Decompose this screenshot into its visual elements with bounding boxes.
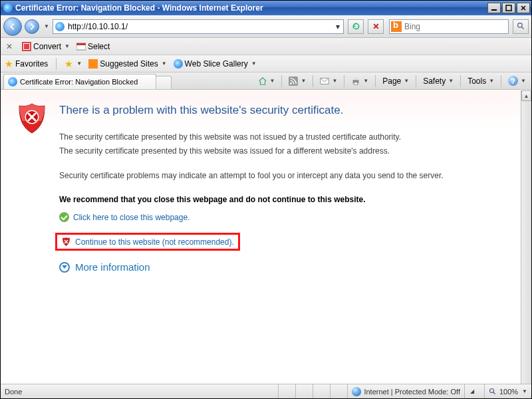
- shield-error-icon: [18, 102, 46, 134]
- rss-icon: [289, 76, 298, 86]
- chevron-icon: ◢: [470, 388, 474, 394]
- print-button[interactable]: ▼: [350, 75, 370, 87]
- page-icon: [55, 21, 65, 32]
- navigation-bar: ▼ ▾: [1, 15, 531, 38]
- home-icon: [258, 76, 267, 86]
- web-slice-icon: [174, 59, 183, 68]
- chevron-down-icon: ▼: [162, 61, 167, 66]
- more-info-label: More information: [75, 261, 150, 273]
- search-button[interactable]: [513, 19, 529, 34]
- add-favorite-button[interactable]: ★ ▼: [65, 59, 82, 69]
- forward-button[interactable]: [25, 19, 39, 34]
- content-area: There is a problem with this website's s…: [1, 90, 531, 397]
- home-button[interactable]: ▼: [257, 75, 277, 87]
- status-text: Done: [1, 384, 26, 398]
- checkmark-icon: [59, 212, 69, 222]
- favorites-button[interactable]: ★ Favorites: [5, 59, 48, 69]
- suggested-sites-button[interactable]: Suggested Sites ▼: [88, 59, 166, 68]
- address-input[interactable]: [66, 22, 332, 31]
- select-button[interactable]: Select: [76, 42, 110, 51]
- zone-label: Internet | Protected Mode: Off: [364, 388, 460, 396]
- continue-anyway-link[interactable]: Continue to this website (not recommende…: [75, 237, 234, 247]
- nav-history-dropdown[interactable]: ▼: [42, 23, 50, 29]
- command-bar: ▼ ▼ ▼ ▼ Page▼ Safety▼ Tools▼ ?▼: [257, 74, 527, 87]
- chevron-down-icon: ▼: [65, 43, 70, 49]
- window-title: Certificate Error: Navigation Blocked - …: [15, 3, 487, 13]
- convert-button[interactable]: Convert ▼: [22, 42, 70, 51]
- shield-warning-icon: [61, 237, 71, 247]
- svg-rect-8: [289, 76, 298, 86]
- cert-error-recommend: We recommend that you close this webpage…: [59, 194, 505, 205]
- status-placeholder-1: [278, 384, 295, 398]
- separator: [56, 58, 57, 70]
- help-button[interactable]: ?▼: [507, 74, 527, 87]
- close-button[interactable]: [517, 3, 530, 13]
- more-info-toggle[interactable]: More information: [59, 261, 505, 273]
- zoom-label: 100%: [499, 388, 518, 396]
- new-tab-button[interactable]: [156, 76, 172, 89]
- mail-button[interactable]: ▼: [319, 75, 338, 87]
- convert-toolbar: ✕ Convert ▼ Select: [1, 38, 531, 55]
- close-toolbar-button[interactable]: ✕: [3, 41, 15, 53]
- chevron-down-icon: ▼: [251, 61, 257, 66]
- chevron-down-icon: ▼: [522, 388, 527, 394]
- globe-icon: [352, 387, 361, 396]
- security-zone[interactable]: Internet | Protected Mode: Off: [347, 384, 464, 398]
- print-icon: [351, 76, 360, 86]
- svg-rect-12: [354, 77, 358, 80]
- stop-button[interactable]: [368, 19, 384, 34]
- select-label: Select: [88, 42, 110, 51]
- scroll-up-button[interactable]: ▲: [521, 90, 531, 101]
- address-bar[interactable]: ▾: [53, 19, 344, 34]
- suggested-sites-label: Suggested Sites: [100, 59, 158, 68]
- svg-rect-5: [24, 44, 29, 49]
- tab-active[interactable]: Certificate Error: Navigation Blocked: [3, 74, 156, 89]
- page-menu[interactable]: Page▼: [381, 75, 410, 87]
- zoom-icon: [489, 388, 497, 396]
- back-button[interactable]: [3, 17, 22, 36]
- highlighted-continue-option: Continue to this website (not recommende…: [55, 233, 240, 251]
- star-icon: ★: [5, 59, 13, 69]
- web-slice-button[interactable]: Web Slice Gallery ▼: [174, 59, 257, 68]
- zoom-control[interactable]: 100% ▼: [484, 384, 531, 398]
- ie-logo-icon: [3, 3, 13, 13]
- search-input[interactable]: [403, 22, 508, 31]
- minimize-button[interactable]: [487, 3, 501, 13]
- cert-error-heading: There is a problem with this website's s…: [59, 104, 505, 117]
- svg-point-9: [291, 82, 293, 84]
- select-icon: [76, 42, 86, 51]
- cert-error-page: There is a problem with this website's s…: [1, 90, 521, 397]
- status-placeholder-3: [313, 384, 330, 398]
- favorites-bar: ★ Favorites ★ ▼ Suggested Sites ▼ Web Sl…: [1, 55, 531, 72]
- tab-icon: [8, 77, 17, 86]
- search-bar[interactable]: [389, 19, 509, 34]
- close-webpage-link[interactable]: Click here to close this webpage.: [73, 213, 190, 222]
- help-icon: ?: [508, 76, 518, 86]
- chevron-down-icon: ▼: [76, 61, 82, 66]
- tab-title: Certificate Error: Navigation Blocked: [20, 78, 138, 86]
- star-add-icon: ★: [65, 59, 73, 69]
- scroll-track[interactable]: [521, 101, 531, 386]
- cert-error-detail-3: Security certificate problems may indica…: [59, 170, 505, 182]
- feeds-button[interactable]: ▼: [287, 75, 307, 87]
- suggested-sites-icon: [88, 59, 98, 68]
- maximize-button[interactable]: [502, 3, 515, 13]
- convert-label: Convert: [33, 42, 61, 51]
- refresh-button[interactable]: [348, 19, 364, 34]
- svg-rect-13: [354, 82, 358, 84]
- status-placeholder-5: ◢: [464, 384, 484, 398]
- expand-icon: [59, 262, 70, 273]
- tab-bar: Certificate Error: Navigation Blocked ▼ …: [1, 72, 531, 90]
- svg-point-2: [517, 23, 522, 28]
- status-placeholder-2: [295, 384, 313, 398]
- tools-menu[interactable]: Tools▼: [466, 75, 495, 87]
- web-slice-label: Web Slice Gallery: [185, 59, 248, 68]
- window-titlebar: Certificate Error: Navigation Blocked - …: [1, 1, 531, 15]
- svg-rect-1: [506, 5, 511, 11]
- cert-error-detail-2: The security certificate presented by th…: [59, 146, 505, 157]
- address-dropdown[interactable]: ▾: [332, 22, 343, 31]
- bing-icon: [391, 21, 402, 32]
- status-bar: Done Internet | Protected Mode: Off ◢ 10…: [1, 384, 531, 398]
- safety-menu[interactable]: Safety▼: [422, 75, 455, 87]
- vertical-scrollbar[interactable]: ▲ ▼: [521, 90, 531, 397]
